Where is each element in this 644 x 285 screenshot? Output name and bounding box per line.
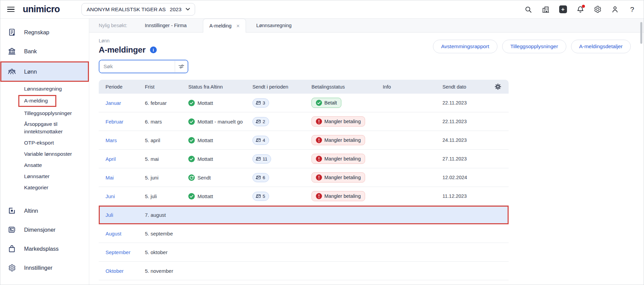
table-row[interactable]: Januar 6. februar Mottatt 3 Betalt [99,94,509,112]
header-actions: Avstemmingsrapport Tilleggsopplysninger … [433,40,631,53]
sidebar-item-dimensjoner[interactable]: Dimensjoner [0,221,89,239]
settings-gear-icon[interactable] [593,5,602,14]
sidebar-item-regnskap[interactable]: Regnskap [0,23,89,41]
payment-status-badge[interactable]: Mangler betaling [311,135,365,145]
table-row[interactable]: Oktober 5. november [99,262,509,280]
sidebar-subitem-arsoppgave[interactable]: Årsoppgave til inntektsmottaker [0,119,89,137]
company-building-icon[interactable] [542,5,550,14]
table-row[interactable]: August 5. septembe [99,224,509,243]
close-icon[interactable]: × [236,23,240,29]
column-header-frist[interactable]: Frist [145,84,188,90]
company-selector[interactable]: ANONYM REALISTSK TIGER AS 2023 [81,3,195,16]
sidebar-subitem-amelding[interactable]: A-melding [0,95,89,107]
table-row[interactable]: April 5. mai Mottatt 11 Mangler betaling [99,150,509,168]
period-link[interactable]: Juni [106,193,145,199]
notification-badge-dot [582,5,585,8]
sidebar-subitem-label: Tilleggsopplysninger [24,110,72,117]
sidebar-item-label: Dimensjoner [24,227,56,233]
sent-count-badge[interactable]: 5 [252,192,269,201]
info-icon[interactable]: i [150,46,157,53]
column-header-periode[interactable]: Periode [106,84,145,90]
payment-status-badge[interactable]: Mangler betaling [311,191,365,201]
sent-date-cell: 22.11.2023 [442,119,493,124]
payment-status-badge[interactable]: Mangler betaling [311,154,365,164]
tab-label: A-melding [209,23,231,28]
sidebar-item-markedsplass[interactable]: Markedsplass [0,240,89,258]
period-link[interactable]: Januar [106,100,145,106]
envelope-send-icon [255,100,261,106]
tab-innstillinger-firma[interactable]: Innstillinger - Firma [144,19,188,32]
period-link[interactable]: April [106,156,145,162]
sidebar-navigation: Regnskap Bank Lønn Lønnsavregning A-meld… [0,19,89,285]
sent-count-badge[interactable]: 2 [252,117,269,126]
column-header-info[interactable]: Info [383,84,442,90]
sidebar-item-altinn[interactable]: Altinn [0,202,89,220]
hamburger-menu-icon[interactable] [7,7,15,12]
frist-cell: 7. august [145,212,188,218]
marketplace-bag-icon [8,245,16,253]
ameldinger-table: Periode Frist Status fra Altinn Sendt i … [99,80,509,280]
sidebar-subitem-lonnsarter[interactable]: Lønnsarter [0,171,89,182]
payment-status-badge[interactable]: Mangler betaling [311,172,365,183]
sent-count-badge[interactable]: 3 [252,98,269,108]
table-row-selected[interactable]: Juli 7. august [99,206,509,224]
column-header-betaling[interactable]: Betalingsstatus [311,84,383,90]
period-link[interactable]: Februar [106,119,145,125]
page-title: A-meldinger [99,45,146,55]
table-header-row: Periode Frist Status fra Altinn Sendt i … [99,80,509,94]
sidebar-item-innstillinger[interactable]: Innstillinger [0,259,89,277]
column-header-sendt[interactable]: Sendt i perioden [252,84,311,90]
period-link[interactable]: Mai [106,175,145,180]
sent-count-badge[interactable]: 11 [252,154,271,164]
table-row[interactable]: Mai 5. juni Sendt 6 Mangler betaling [99,168,509,187]
table-row[interactable]: Juni 5. juli Mottatt 5 Mangler betaling [99,187,509,206]
status-cell: Mottatt [188,100,252,106]
frist-cell: 5. septembe [145,231,188,236]
sidebar-item-label: Lønn [24,69,37,75]
filter-button[interactable] [175,60,188,73]
help-icon[interactable]: ? [628,5,636,14]
payment-status-badge[interactable]: Mangler betaling [311,116,365,127]
sidebar-subitem-label: Kategorier [24,184,49,191]
period-link[interactable]: August [106,231,145,236]
column-header-dato[interactable]: Sendt dato [442,84,493,90]
payment-status-badge[interactable]: Betalt [311,98,341,108]
vertical-scrollbar[interactable] [640,22,642,44]
avstemmingsrapport-button[interactable]: Avstemmingsrapport [433,40,497,53]
create-new-icon[interactable]: + [559,5,567,14]
notifications-bell-icon[interactable] [576,5,584,14]
table-row[interactable]: Februar 6. mars Mottatt - manuelt go 2 M… [99,112,509,131]
period-link[interactable]: Juli [106,212,145,218]
sidebar-subitem-kategorier[interactable]: Kategorier [0,182,89,193]
period-link[interactable]: Mars [106,137,145,143]
filter-icon [178,64,185,69]
sidebar-subitem-otp-eksport[interactable]: OTP-eksport [0,137,89,148]
search-input[interactable] [99,60,175,73]
period-link[interactable]: Oktober [106,268,145,274]
ameldingsdetaljer-button[interactable]: A-meldingsdetaljer [571,40,631,53]
status-cell: Mottatt [188,156,252,162]
period-link[interactable]: September [106,249,145,255]
column-header-status[interactable]: Status fra Altinn [188,84,252,90]
user-profile-icon[interactable] [611,5,619,14]
table-row[interactable]: September 5. oktober [99,243,509,262]
search-icon[interactable] [524,5,532,14]
sent-count-badge[interactable]: 4 [252,136,269,145]
tilleggsopplysninger-button[interactable]: Tilleggsopplysninger [502,40,566,53]
table-row[interactable]: Mars 5. april Mottatt 4 Mangler betaling [99,131,509,150]
frist-cell: 6. mars [145,119,188,125]
sidebar-item-label: Markedsplass [24,246,59,252]
envelope-send-icon [255,138,261,143]
sidebar-subitem-lonnsavregning[interactable]: Lønnsavregning [0,83,89,94]
sidebar-subitem-ansatte[interactable]: Ansatte [0,159,89,171]
tab-lonnsavregning[interactable]: Lønnsavregning [255,19,293,32]
sidebar-subitem-variable-lonnsposter[interactable]: Variable lønnsposter [0,148,89,159]
sidebar-item-lonn[interactable]: Lønn [0,61,89,82]
sidebar-item-bank[interactable]: Bank [0,42,89,60]
tab-amelding[interactable]: A-melding × [203,19,246,33]
column-settings-gear-icon[interactable] [495,83,501,90]
sent-count-badge[interactable]: 6 [252,173,269,182]
sidebar-subitem-tilleggsopplysninger[interactable]: Tilleggsopplysninger [0,108,89,119]
frist-cell: 5. juli [145,193,188,199]
check-circle-icon [188,100,195,106]
